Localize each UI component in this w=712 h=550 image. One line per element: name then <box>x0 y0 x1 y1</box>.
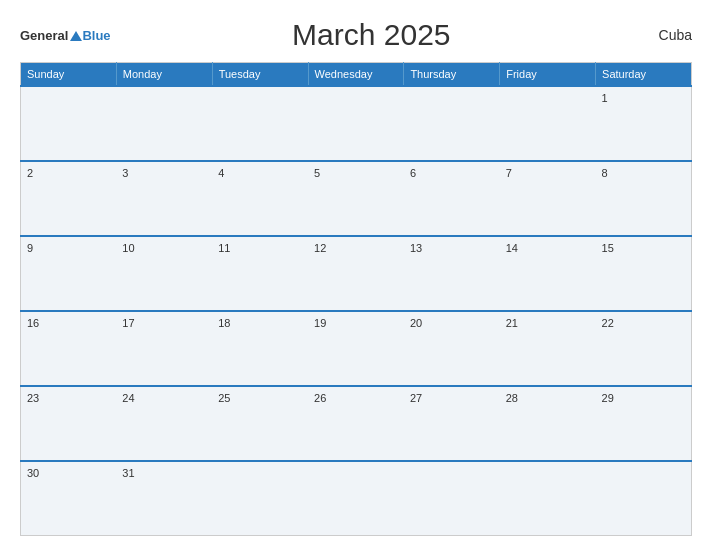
calendar-week-row: 2345678 <box>21 161 692 236</box>
day-number: 17 <box>122 317 134 329</box>
calendar-day-22: 22 <box>596 311 692 386</box>
day-number: 14 <box>506 242 518 254</box>
calendar-day-2: 2 <box>21 161 117 236</box>
calendar-empty-cell <box>308 461 404 536</box>
day-number: 27 <box>410 392 422 404</box>
calendar-day-19: 19 <box>308 311 404 386</box>
day-number: 21 <box>506 317 518 329</box>
calendar-title: March 2025 <box>111 18 632 52</box>
day-number: 13 <box>410 242 422 254</box>
calendar-day-9: 9 <box>21 236 117 311</box>
days-of-week-row: SundayMondayTuesdayWednesdayThursdayFrid… <box>21 63 692 87</box>
calendar-day-27: 27 <box>404 386 500 461</box>
day-number: 12 <box>314 242 326 254</box>
day-number: 8 <box>602 167 608 179</box>
day-number: 30 <box>27 467 39 479</box>
calendar-week-row: 23242526272829 <box>21 386 692 461</box>
calendar-day-20: 20 <box>404 311 500 386</box>
day-number: 22 <box>602 317 614 329</box>
day-number: 18 <box>218 317 230 329</box>
calendar-empty-cell <box>212 461 308 536</box>
calendar-empty-cell <box>404 86 500 161</box>
calendar-day-16: 16 <box>21 311 117 386</box>
day-header-tuesday: Tuesday <box>212 63 308 87</box>
calendar-day-11: 11 <box>212 236 308 311</box>
day-number: 4 <box>218 167 224 179</box>
day-header-sunday: Sunday <box>21 63 117 87</box>
day-number: 9 <box>27 242 33 254</box>
calendar-day-31: 31 <box>116 461 212 536</box>
calendar-day-1: 1 <box>596 86 692 161</box>
day-number: 25 <box>218 392 230 404</box>
calendar-day-17: 17 <box>116 311 212 386</box>
calendar-day-18: 18 <box>212 311 308 386</box>
page-header: General Blue March 2025 Cuba <box>20 18 692 52</box>
calendar-day-3: 3 <box>116 161 212 236</box>
logo: General Blue <box>20 29 111 42</box>
calendar-day-30: 30 <box>21 461 117 536</box>
logo-general-text: General <box>20 29 68 42</box>
day-number: 5 <box>314 167 320 179</box>
calendar-day-23: 23 <box>21 386 117 461</box>
day-number: 6 <box>410 167 416 179</box>
calendar-week-row: 3031 <box>21 461 692 536</box>
logo-triangle-icon <box>70 31 82 41</box>
day-number: 15 <box>602 242 614 254</box>
day-number: 3 <box>122 167 128 179</box>
calendar-day-28: 28 <box>500 386 596 461</box>
calendar-empty-cell <box>596 461 692 536</box>
calendar-day-6: 6 <box>404 161 500 236</box>
calendar-body: 1234567891011121314151617181920212223242… <box>21 86 692 536</box>
day-number: 20 <box>410 317 422 329</box>
day-header-saturday: Saturday <box>596 63 692 87</box>
day-number: 24 <box>122 392 134 404</box>
day-number: 7 <box>506 167 512 179</box>
day-number: 29 <box>602 392 614 404</box>
calendar-day-26: 26 <box>308 386 404 461</box>
calendar-day-15: 15 <box>596 236 692 311</box>
calendar-empty-cell <box>212 86 308 161</box>
day-number: 1 <box>602 92 608 104</box>
calendar-empty-cell <box>116 86 212 161</box>
day-number: 10 <box>122 242 134 254</box>
calendar-table: SundayMondayTuesdayWednesdayThursdayFrid… <box>20 62 692 536</box>
calendar-day-12: 12 <box>308 236 404 311</box>
calendar-day-14: 14 <box>500 236 596 311</box>
calendar-day-13: 13 <box>404 236 500 311</box>
calendar-week-row: 1 <box>21 86 692 161</box>
day-number: 19 <box>314 317 326 329</box>
calendar-day-25: 25 <box>212 386 308 461</box>
day-header-wednesday: Wednesday <box>308 63 404 87</box>
calendar-day-10: 10 <box>116 236 212 311</box>
calendar-day-21: 21 <box>500 311 596 386</box>
day-header-friday: Friday <box>500 63 596 87</box>
day-number: 31 <box>122 467 134 479</box>
calendar-empty-cell <box>21 86 117 161</box>
day-number: 26 <box>314 392 326 404</box>
calendar-empty-cell <box>500 86 596 161</box>
calendar-day-24: 24 <box>116 386 212 461</box>
calendar-week-row: 9101112131415 <box>21 236 692 311</box>
day-number: 23 <box>27 392 39 404</box>
day-number: 2 <box>27 167 33 179</box>
day-header-monday: Monday <box>116 63 212 87</box>
calendar-header: SundayMondayTuesdayWednesdayThursdayFrid… <box>21 63 692 87</box>
day-number: 28 <box>506 392 518 404</box>
calendar-week-row: 16171819202122 <box>21 311 692 386</box>
day-number: 16 <box>27 317 39 329</box>
logo-blue-text: Blue <box>82 29 110 42</box>
calendar-empty-cell <box>308 86 404 161</box>
day-number: 11 <box>218 242 230 254</box>
calendar-day-7: 7 <box>500 161 596 236</box>
calendar-day-29: 29 <box>596 386 692 461</box>
calendar-day-5: 5 <box>308 161 404 236</box>
calendar-day-4: 4 <box>212 161 308 236</box>
country-label: Cuba <box>632 27 692 43</box>
calendar-empty-cell <box>404 461 500 536</box>
day-header-thursday: Thursday <box>404 63 500 87</box>
calendar-day-8: 8 <box>596 161 692 236</box>
calendar-empty-cell <box>500 461 596 536</box>
